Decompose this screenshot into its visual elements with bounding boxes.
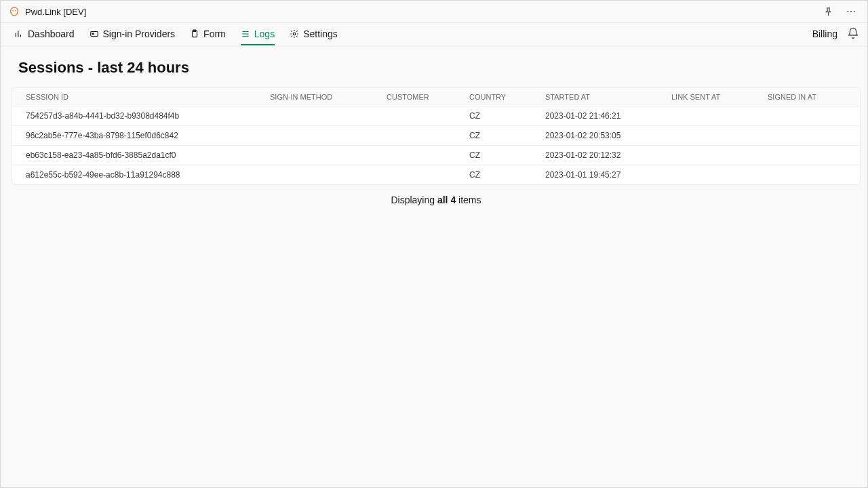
cell-customer xyxy=(373,146,456,165)
cell-link-sent-at xyxy=(658,126,754,146)
svg-point-4 xyxy=(850,11,852,12)
cell-started-at: 2023-01-02 20:53:05 xyxy=(532,126,658,146)
cell-started-at: 2023-01-02 20:12:32 xyxy=(532,146,658,165)
cell-method xyxy=(256,106,373,126)
summary-suffix: items xyxy=(456,195,481,205)
nav-item-dashboard[interactable]: Dashboard xyxy=(14,23,75,45)
nav-label: Logs xyxy=(254,28,275,39)
cell-signed-in-at xyxy=(754,146,860,165)
cell-link-sent-at xyxy=(658,146,754,165)
bell-icon xyxy=(847,27,859,41)
cell-session-id: 96c2ab5e-777e-43ba-8798-115ef0d6c842 xyxy=(12,126,256,146)
table-row[interactable]: 754257d3-a84b-4441-bd32-b9308d484f4bCZ20… xyxy=(12,106,860,126)
nav-label: Form xyxy=(203,28,226,39)
cell-signed-in-at xyxy=(754,165,860,185)
cell-session-id: a612e55c-b592-49ee-ac8b-11a91294c888 xyxy=(12,165,256,185)
col-header-started[interactable]: STARTED AT xyxy=(532,88,658,106)
pin-button[interactable] xyxy=(821,4,836,20)
cell-customer xyxy=(373,106,456,126)
cell-country: CZ xyxy=(456,126,532,146)
id-card-icon xyxy=(90,29,99,39)
chart-icon xyxy=(14,29,24,39)
billing-link[interactable]: Billing xyxy=(812,28,837,39)
nav-label: Dashboard xyxy=(28,28,75,39)
sessions-table: SESSION ID SIGN-IN METHOD CUSTOMER COUNT… xyxy=(12,87,861,185)
cell-session-id: eb63c158-ea23-4a85-bfd6-3885a2da1cf0 xyxy=(12,146,256,165)
app-header: Pwd.Link [DEV] xyxy=(1,1,867,23)
svg-point-3 xyxy=(847,11,848,12)
list-icon xyxy=(241,29,250,39)
svg-point-5 xyxy=(854,11,855,12)
cell-method xyxy=(256,165,373,185)
cell-signed-in-at xyxy=(754,106,860,126)
gear-icon xyxy=(290,29,299,39)
cell-link-sent-at xyxy=(658,106,754,126)
cell-country: CZ xyxy=(456,165,532,185)
page-title: Sessions - last 24 hours xyxy=(18,59,854,77)
table-summary: Displaying all 4 items xyxy=(18,185,854,215)
table-row[interactable]: 96c2ab5e-777e-43ba-8798-115ef0d6c842CZ20… xyxy=(12,126,860,146)
main-nav: Dashboard Sign-in Providers Form Logs Se… xyxy=(1,23,867,45)
nav-item-settings[interactable]: Settings xyxy=(290,23,338,45)
cell-signed-in-at xyxy=(754,126,860,146)
cell-method xyxy=(256,126,373,146)
col-header-session-id[interactable]: SESSION ID xyxy=(12,88,256,106)
table-row[interactable]: a612e55c-b592-49ee-ac8b-11a91294c888CZ20… xyxy=(12,165,860,185)
nav-item-logs[interactable]: Logs xyxy=(241,23,275,45)
summary-count: all 4 xyxy=(437,195,456,205)
app-logo-icon xyxy=(9,6,20,17)
nav-label: Settings xyxy=(303,28,338,39)
svg-point-10 xyxy=(92,33,94,35)
summary-prefix: Displaying xyxy=(391,195,437,205)
cell-started-at: 2023-01-02 21:46:21 xyxy=(532,106,658,126)
cell-customer xyxy=(373,165,456,185)
svg-point-16 xyxy=(293,33,296,35)
table-row[interactable]: eb63c158-ea23-4a85-bfd6-3885a2da1cf0CZ20… xyxy=(12,146,860,165)
col-header-linksent[interactable]: LINK SENT AT xyxy=(658,88,754,106)
svg-point-1 xyxy=(15,10,16,12)
cell-country: CZ xyxy=(456,106,532,126)
cell-link-sent-at xyxy=(658,165,754,185)
nav-item-form[interactable]: Form xyxy=(190,23,226,45)
clipboard-icon xyxy=(190,29,199,39)
col-header-method[interactable]: SIGN-IN METHOD xyxy=(256,88,373,106)
app-title: Pwd.Link [DEV] xyxy=(25,7,86,17)
col-header-customer[interactable]: CUSTOMER xyxy=(373,88,456,106)
cell-country: CZ xyxy=(456,146,532,165)
cell-customer xyxy=(373,126,456,146)
col-header-country[interactable]: COUNTRY xyxy=(456,88,532,106)
nav-label: Sign-in Providers xyxy=(103,28,176,39)
cell-method xyxy=(256,146,373,165)
svg-point-0 xyxy=(12,10,14,12)
notifications-button[interactable] xyxy=(847,27,859,41)
col-header-signed[interactable]: SIGNED IN AT xyxy=(754,88,860,106)
table-header-row: SESSION ID SIGN-IN METHOD CUSTOMER COUNT… xyxy=(12,88,860,106)
more-button[interactable] xyxy=(843,3,859,20)
nav-item-providers[interactable]: Sign-in Providers xyxy=(90,23,176,45)
cell-started-at: 2023-01-01 19:45:27 xyxy=(532,165,658,185)
cell-session-id: 754257d3-a84b-4441-bd32-b9308d484f4b xyxy=(12,106,256,126)
